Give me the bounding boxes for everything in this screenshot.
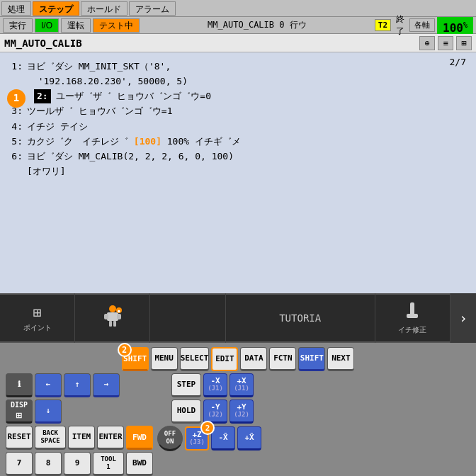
key-next[interactable]: NEXT	[327, 347, 354, 371]
line-content-5b: 100% イチギ゛メ	[162, 135, 241, 149]
key-plus-z-wrap: +Z (J3) 2	[185, 426, 209, 450]
svg-rect-2	[104, 314, 108, 319]
kb-main-area: ℹ ← ↑ → DISP ⊞ ↓ RESET BACKSPACE ITEM EN…	[6, 373, 470, 476]
key-arrow-up[interactable]: ↑	[64, 373, 91, 397]
line-content-1b: '192.168.20.230', 50000, 5)	[27, 74, 188, 89]
btn-io[interactable]: I/O	[35, 18, 59, 33]
line-num-4: 4:	[7, 120, 27, 134]
btn-jikko[interactable]: 実行	[3, 18, 33, 33]
key-step[interactable]: STEP	[171, 373, 201, 397]
code-line-3: 3: ツールザ゛ ヒョウバ゛ンゴ゛ウ=1	[7, 104, 469, 118]
svg-text:●: ●	[118, 308, 120, 313]
key-minus-x2[interactable]: -X̄	[211, 426, 235, 450]
line-num-5: 5:	[7, 135, 27, 149]
tag-end: 終了	[393, 13, 407, 38]
tag-t2: T2	[375, 19, 391, 31]
key-info[interactable]: ℹ	[6, 373, 33, 397]
axis-label: 各軸	[409, 18, 435, 32]
line-content-2: ユーザ゛ザ゛ ヒョウバ゛ンゴ゛ウ=0	[51, 89, 211, 103]
code-area: 2/7 1: ヨビ゛ダシ MM_INIT_SKT（'8', '192.168.2…	[0, 52, 476, 293]
key-reset[interactable]: RESET	[6, 426, 33, 450]
key-9[interactable]: 9	[64, 452, 91, 476]
key-bwd[interactable]: BWD	[126, 452, 153, 476]
kb-row-1: SHIFT 2 MENU SELECT EDIT DATA FCTN SHIFT…	[6, 347, 470, 371]
line-content-6: ヨビ゛ダシ MM_CALIB(2, 2, 2, 6, 0, 100)	[27, 149, 234, 164]
svg-rect-9	[407, 314, 418, 318]
second-bar: 実行 I/O 運転 テスト中 MM_AUTO_CALIB 0 行ウ T2 終了 …	[0, 17, 476, 34]
key-data[interactable]: DATA	[240, 347, 267, 371]
z-row: OFF ON +Z (J3) 2 -X̄ +X̄	[157, 426, 261, 451]
step-row: STEP -X (J1) +X (J1)	[171, 373, 254, 397]
key-7[interactable]: 7	[6, 452, 33, 476]
kb-left: ℹ ← ↑ → DISP ⊞ ↓ RESET BACKSPACE ITEM EN…	[6, 373, 153, 476]
key-off-on[interactable]: OFF ON	[157, 426, 183, 451]
menu-btn-alarm[interactable]: アラーム	[129, 1, 176, 16]
key-edit[interactable]: EDIT	[211, 347, 238, 371]
code-line-4: 4: イチジ テイシ	[7, 120, 469, 134]
svg-rect-5	[113, 321, 116, 327]
code-line-1b: '192.168.20.230', 50000, 5)	[7, 74, 469, 89]
key-minus-y-j2[interactable]: -Y (J2)	[203, 400, 227, 424]
menu-icon[interactable]: ≡	[438, 36, 453, 50]
key-8[interactable]: 8	[35, 452, 62, 476]
badge-2-z: 2	[200, 421, 215, 435]
nav-btn-empty	[150, 293, 225, 343]
key-arrow-right[interactable]: →	[93, 373, 120, 397]
keyboard-area: SHIFT 2 MENU SELECT EDIT DATA FCTN SHIFT…	[0, 343, 476, 476]
key-plus-y-j2[interactable]: +Y (J2)	[230, 400, 254, 424]
hold-row: HOLD -Y (J2) +Y (J2)	[171, 400, 254, 424]
key-arrow-left[interactable]: ←	[35, 373, 62, 397]
key-shift-right[interactable]: SHIFT	[298, 347, 325, 371]
status-100: 100%	[437, 17, 473, 34]
line-num-6: 6:	[7, 149, 27, 164]
nav-btn-point[interactable]: ⊞ ポイント	[0, 293, 75, 343]
nav-label-point: ポイント	[23, 323, 52, 333]
key-menu[interactable]: MENU	[151, 347, 178, 371]
key-minus-x-j1[interactable]: -X (J1)	[203, 373, 227, 397]
key-select[interactable]: SELECT	[180, 347, 210, 371]
line-content-3: ツールザ゛ ヒョウバ゛ンゴ゛ウ=1	[27, 104, 172, 118]
code-line-6: 6: ヨビ゛ダシ MM_CALIB(2, 2, 2, 6, 0, 100)	[7, 149, 469, 164]
key-backspace[interactable]: BACKSPACE	[35, 426, 66, 450]
robot-icon: ●	[100, 303, 125, 329]
line-content-1: ヨビ゛ダシ MM_INIT_SKT（'8',	[27, 60, 171, 74]
key-enter[interactable]: ENTER	[97, 426, 124, 450]
grid-icon[interactable]: ⊞	[456, 36, 472, 50]
btn-unten[interactable]: 運転	[61, 18, 91, 33]
key-disp[interactable]: DISP ⊞	[6, 400, 33, 424]
key-plus-x-j1[interactable]: +X (J1)	[230, 373, 254, 397]
key-item[interactable]: ITEM	[68, 426, 95, 450]
key-fwd[interactable]: FWD	[126, 426, 153, 450]
svg-rect-3	[117, 314, 121, 319]
menu-btn-step[interactable]: ステップ	[33, 1, 79, 16]
code-line-5: 5: カクジ゛ク イチレジ゛ [100] 100% イチギ゛メ	[7, 135, 469, 149]
svg-point-0	[109, 305, 116, 312]
key-arrow-down[interactable]: ↓	[35, 400, 62, 424]
svg-rect-4	[109, 321, 112, 327]
key-fctn[interactable]: FCTN	[269, 347, 296, 371]
menu-btn-hold[interactable]: ホールド	[81, 1, 128, 16]
key-plus-x2[interactable]: +X̄	[237, 426, 261, 450]
zoom-icon[interactable]: ⊕	[419, 36, 435, 50]
line-content-5a: カクジ゛ク イチレジ゛	[27, 135, 134, 149]
nav-btn-ichi[interactable]: イチ修正	[375, 293, 450, 343]
wrench-icon	[402, 301, 422, 323]
off-on-key-wrap: OFF ON	[157, 426, 183, 451]
program-label: MM_AUTO_CALIB 0 行ウ	[142, 19, 373, 31]
kb-row-2: ℹ ← ↑ →	[6, 373, 153, 397]
bracket-100: [100]	[134, 135, 162, 149]
code-line-2: 1 2: ユーザ゛ザ゛ ヒョウバ゛ンゴ゛ウ=0	[33, 89, 469, 103]
nav-btn-tutoria[interactable]: TUTORIA	[226, 293, 375, 343]
line-content-end: [オワリ]	[27, 164, 66, 178]
kb-right: STEP -X (J1) +X (J1) HOLD -Y (J2) +Y	[157, 373, 261, 476]
btn-test[interactable]: テスト中	[93, 18, 140, 33]
menu-btn-shori[interactable]: 処理	[1, 1, 31, 16]
nav-arrow-btn[interactable]: ›	[450, 293, 476, 343]
key-shift-left[interactable]: SHIFT 2	[122, 347, 149, 371]
kb-row-4: RESET BACKSPACE ITEM ENTER FWD	[6, 426, 153, 450]
kb-row-5: 7 8 9 TOOL1 BWD	[6, 452, 153, 476]
code-line-1: 1: ヨビ゛ダシ MM_INIT_SKT（'8',	[7, 60, 469, 74]
nav-btn-robot[interactable]: ●	[75, 293, 150, 343]
key-tool1[interactable]: TOOL1	[93, 452, 124, 476]
key-hold[interactable]: HOLD	[171, 400, 201, 424]
